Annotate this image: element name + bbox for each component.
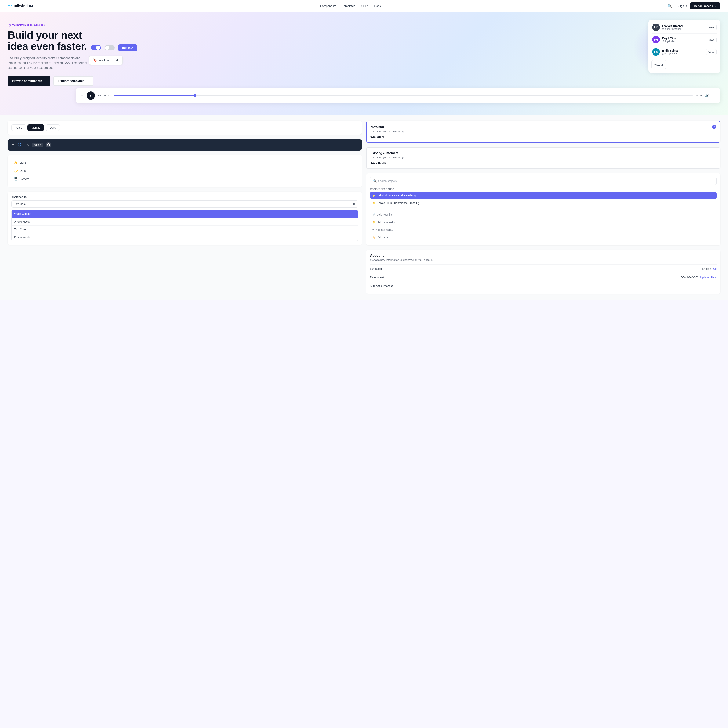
view-user-button[interactable]: View: [706, 49, 717, 55]
toggle-on[interactable]: [91, 45, 101, 50]
newsletter-card-active[interactable]: Newsletter ✓ Last message sent an hour a…: [366, 121, 720, 143]
audio-progress-bar[interactable]: [114, 95, 693, 96]
nav-components[interactable]: Components: [320, 5, 336, 8]
avatar: FM: [652, 36, 660, 43]
timezone-label: Automatic timezone: [370, 284, 393, 288]
hashtag-icon: #: [372, 228, 374, 231]
avatar: LK: [652, 23, 660, 31]
add-file-action[interactable]: 📄 Add new file...: [370, 211, 717, 218]
sun-icon[interactable]: ☀: [26, 143, 29, 147]
theme-dark[interactable]: 🌙 Dark: [11, 167, 358, 174]
right-column: Newsletter ✓ Last message sent an hour a…: [366, 121, 720, 294]
audio-progress-thumb[interactable]: [193, 94, 196, 97]
theme-system[interactable]: 🖥️ System: [11, 175, 358, 183]
toolbar-card: ☰ ⬡ ☀ v3.0 ▾: [8, 139, 362, 150]
account-language-row: Language English Up: [370, 265, 717, 273]
newsletter-title: Newsletter: [370, 125, 386, 128]
search-input-icon: 🔍: [373, 179, 377, 183]
avatar: ES: [652, 48, 660, 56]
browse-components-button[interactable]: Browse components →: [8, 76, 50, 86]
logo-badge: UI: [29, 5, 34, 8]
user-name: Emily Selman: [662, 49, 704, 52]
menu-icon[interactable]: ☰: [11, 143, 14, 147]
version-selector[interactable]: v3.0 ▾: [32, 143, 43, 147]
navbar: 〜 tailwind UI Components Templates UI Ki…: [0, 0, 728, 12]
skip-forward-icon[interactable]: ↪: [98, 93, 101, 98]
language-label: Language: [370, 267, 382, 270]
github-icon[interactable]: [46, 142, 51, 147]
add-label-action[interactable]: 🏷️ Add label...: [370, 234, 717, 241]
volume-icon[interactable]: 🔊: [705, 93, 710, 98]
skip-back-icon[interactable]: ↩: [80, 93, 84, 98]
account-description: Manage how information is displayed on y…: [370, 258, 717, 262]
toggle-row: Button A: [91, 44, 137, 51]
user-row: ES Emily Selman @emilyselman View: [648, 46, 720, 58]
folder-icon: 📁: [372, 202, 376, 205]
folder-add-icon: 📁: [372, 221, 376, 224]
dropdown-item[interactable]: Tom Cook: [12, 226, 358, 233]
explore-templates-button[interactable]: Explore templates →: [54, 76, 93, 86]
dropdown-item[interactable]: Arlene Mccoy: [12, 218, 358, 226]
search-card: 🔍 Search projects... Recent searches 📁 T…: [366, 173, 720, 245]
moon-theme-icon: 🌙: [14, 169, 18, 173]
dropdown-item[interactable]: Devon Webb: [12, 233, 358, 241]
hero-subtitle: By the makers of Tailwind CSS: [8, 23, 106, 26]
more-options-icon[interactable]: ⋮: [713, 93, 716, 98]
nav-actions: 🔍 Sign in Get all-access →: [667, 3, 720, 9]
dateformat-update-link[interactable]: Update: [700, 276, 709, 279]
recent-item[interactable]: 📁 Tailwind Labs / Website Redesign: [370, 192, 717, 199]
user-name: Leonard Krasner: [662, 24, 704, 28]
nav-templates[interactable]: Templates: [342, 5, 355, 8]
date-tabs: Years Months Days: [11, 124, 358, 131]
check-icon: ✓: [712, 125, 716, 129]
bookmark-label: Bookmark: [99, 59, 112, 62]
language-update-link[interactable]: Up: [713, 267, 717, 270]
search-icon[interactable]: 🔍: [667, 4, 672, 8]
main-content: Years Months Days ☰ ⬡ ☀ v3.0 ▾ ☀️: [0, 115, 728, 300]
hero-button-a[interactable]: Button A: [118, 44, 137, 51]
audio-current-time: 00:51: [104, 94, 111, 97]
recent-searches-label: Recent searches: [370, 188, 717, 191]
account-card: Account Manage how information is displa…: [366, 250, 720, 294]
search-input-row[interactable]: 🔍 Search projects...: [370, 177, 717, 185]
view-user-button[interactable]: View: [706, 24, 717, 30]
hero-buttons: Browse components → Explore templates →: [8, 76, 106, 86]
site-logo[interactable]: 〜 tailwind UI: [8, 3, 34, 9]
assigned-select[interactable]: Tom Cook ⬍: [11, 200, 358, 208]
play-button[interactable]: ▶: [87, 92, 95, 100]
nav-docs[interactable]: Docs: [374, 5, 381, 8]
bookmark-icon: 🔖: [93, 58, 97, 63]
nav-uikit[interactable]: UI Kit: [361, 5, 369, 8]
left-column: Years Months Days ☰ ⬡ ☀ v3.0 ▾ ☀️: [8, 121, 362, 294]
audio-total-time: 55:43: [696, 94, 702, 97]
date-tabs-card: Years Months Days: [8, 121, 362, 135]
add-folder-action[interactable]: 📁 Add new folder...: [370, 219, 717, 226]
dropdown-item[interactable]: Wade Cooper: [12, 210, 358, 218]
toggle-off[interactable]: [105, 45, 115, 50]
signin-button[interactable]: Sign in: [678, 5, 687, 8]
recent-item[interactable]: 📁 Laravel LLC / Conference Branding: [370, 200, 717, 206]
view-user-button[interactable]: View: [706, 37, 717, 43]
search-input[interactable]: Search projects...: [378, 179, 714, 183]
get-access-button[interactable]: Get all-access →: [690, 3, 720, 9]
newsletter-card-existing[interactable]: Existing customers Last message sent an …: [366, 147, 720, 169]
bookmark-count: 12k: [114, 59, 119, 62]
tab-years[interactable]: Years: [11, 124, 26, 131]
add-hashtag-action[interactable]: # Add hashtag...: [370, 226, 717, 233]
newsletter-users: 621 users: [370, 135, 716, 139]
tab-months[interactable]: Months: [28, 124, 44, 131]
audio-progress-fill: [114, 95, 195, 96]
newsletter-users: 1200 users: [370, 161, 716, 165]
assigned-label: Assigned to: [11, 196, 358, 199]
dateformat-remove-link[interactable]: Rem: [711, 276, 717, 279]
account-dateformat-row: Date format DD-MM-YYYY Update Rem: [370, 273, 717, 281]
hero-description: Beautifully designed, expertly crafted c…: [8, 56, 95, 70]
view-all-button[interactable]: View all: [652, 60, 666, 69]
user-row: LK Leonard Krasner @leonardkrasner View: [648, 21, 720, 34]
hero-section: By the makers of Tailwind CSS Build your…: [0, 12, 728, 115]
account-title: Account: [370, 254, 717, 258]
user-name: Floyd Miles: [662, 37, 704, 40]
newsletter-title: Existing customers: [370, 151, 399, 155]
tab-days[interactable]: Days: [46, 124, 60, 131]
theme-light[interactable]: ☀️ Light: [11, 159, 358, 166]
